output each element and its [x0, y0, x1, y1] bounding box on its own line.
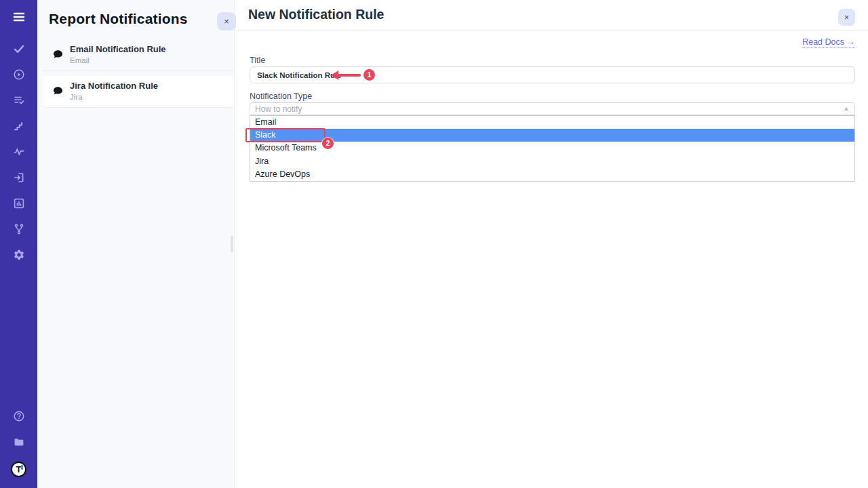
sidebar: T [0, 0, 37, 488]
notification-rules-list: Email Notification Rule Email Jira Notif… [42, 39, 234, 107]
page-title: New Notification Rule [248, 7, 384, 22]
panel-close-button[interactable]: × [217, 12, 236, 30]
play-circle-icon [13, 68, 25, 81]
rule-title: Jira Notification Rule [70, 81, 158, 92]
sidebar-footer: T [11, 410, 26, 477]
option-slack[interactable]: Slack [250, 129, 854, 142]
panel-title: Report Notifications [49, 11, 188, 27]
chat-bubble-icon [52, 49, 64, 60]
main-header: New Notification Rule × [235, 0, 868, 31]
caret-up-icon [844, 107, 848, 110]
notification-type-dropdown: Email Slack Microsoft Teams Jira Azure D… [250, 115, 855, 182]
title-input[interactable] [250, 66, 855, 83]
check-icon [13, 43, 25, 55]
option-microsoft-teams[interactable]: Microsoft Teams [250, 142, 854, 155]
sidebar-button-settings[interactable] [13, 249, 25, 261]
steps-icon [13, 120, 25, 132]
drawer-close-button[interactable]: × [838, 9, 855, 26]
list-item-jira-rule[interactable]: Jira Notification Rule Jira [42, 76, 234, 107]
bar-chart-icon [13, 197, 25, 209]
option-jira[interactable]: Jira [250, 155, 854, 168]
option-email[interactable]: Email [250, 116, 854, 129]
sidebar-nav [13, 43, 25, 261]
import-box-icon [13, 171, 25, 184]
option-azure-devops[interactable]: Azure DevOps [250, 168, 854, 181]
sidebar-button-bar-chart[interactable] [13, 197, 25, 209]
sidebar-button-check[interactable] [13, 43, 25, 55]
main-content: New Notification Rule × Read Docs → Titl… [234, 0, 868, 488]
rule-subtitle: Jira [70, 93, 158, 101]
sidebar-button-steps[interactable] [13, 120, 25, 132]
list-item-email-rule[interactable]: Email Notification Rule Email [42, 39, 234, 71]
logo-accent [21, 465, 23, 470]
sidebar-button-git-branch[interactable] [13, 223, 25, 235]
panel-scrollbar-thumb[interactable] [231, 236, 233, 252]
sidebar-button-list-check[interactable] [13, 94, 25, 106]
hamburger-menu-button[interactable] [11, 9, 27, 25]
read-docs-link[interactable]: Read Docs → [802, 37, 855, 48]
sidebar-button-import[interactable] [13, 171, 25, 184]
notification-type-select[interactable]: How to notify [250, 102, 855, 115]
title-field-label: Title [250, 56, 265, 65]
select-placeholder: How to notify [255, 103, 302, 115]
sidebar-button-activity[interactable] [13, 146, 25, 158]
type-field-label: Notification Type [250, 92, 312, 101]
folder-icon [13, 436, 25, 449]
chat-bubble-icon [52, 85, 64, 97]
report-notifications-panel: Report Notifications × Email Notificatio… [37, 0, 234, 488]
sidebar-button-folder[interactable] [13, 436, 25, 448]
help-circle-icon [13, 410, 25, 422]
app-window: T Report Notifications × Email Notificat… [0, 0, 868, 488]
rule-title: Email Notification Rule [70, 44, 166, 55]
hamburger-icon [12, 9, 26, 24]
list-check-icon [13, 94, 25, 106]
git-branch-icon [13, 223, 25, 235]
activity-pulse-icon [13, 146, 25, 158]
sidebar-button-help[interactable] [13, 410, 25, 422]
sidebar-logo[interactable]: T [11, 462, 26, 477]
rule-subtitle: Email [70, 56, 166, 64]
gear-icon [13, 249, 25, 261]
sidebar-button-play[interactable] [13, 68, 25, 81]
